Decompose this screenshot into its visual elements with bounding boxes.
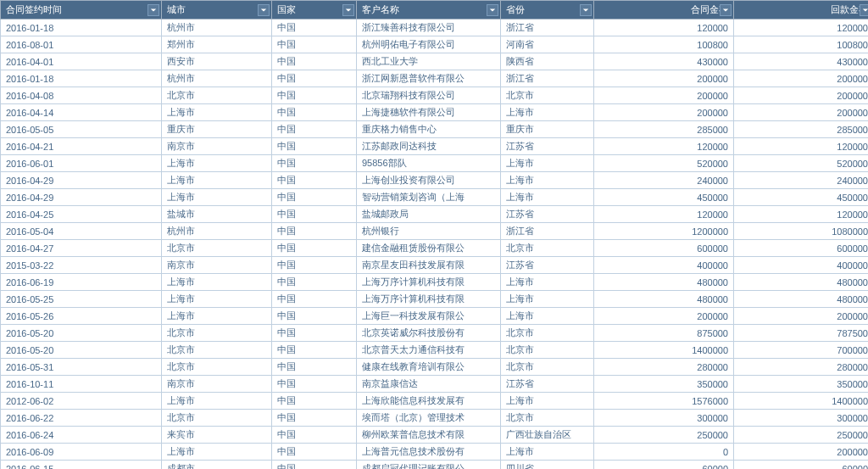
- cell-province: 陕西省: [501, 53, 594, 70]
- cell-city: 上海市: [162, 189, 272, 206]
- table-row[interactable]: 2016-04-27北京市中国建信金融租赁股份有限公北京市60000060000…: [1, 240, 869, 257]
- filter-dropdown-icon[interactable]: [580, 4, 592, 16]
- table-row[interactable]: 2016-06-01上海市中国95856部队上海市520000520000: [1, 155, 869, 172]
- cell-payment: 520000: [734, 155, 869, 172]
- cell-city: 上海市: [162, 172, 272, 189]
- table-row[interactable]: 2016-04-21南京市中国江苏邮政同达科技江苏省120000120000: [1, 138, 869, 155]
- cell-payment: 200000: [734, 70, 869, 87]
- filter-dropdown-icon[interactable]: [147, 4, 159, 16]
- data-table-wrapper: 合同签约时间城市国家客户名称省份合同金额回款金额 2016-01-18杭州市中国…: [0, 0, 868, 469]
- cell-province: 江苏省: [501, 206, 594, 223]
- cell-country: 中国: [272, 189, 357, 206]
- cell-date: 2016-10-11: [1, 376, 162, 393]
- cell-contract: 430000: [594, 53, 734, 70]
- table-row[interactable]: 2016-04-29上海市中国智动营销策划咨询（上海上海市45000045000…: [1, 189, 869, 206]
- table-row[interactable]: 2016-01-18杭州市中国浙江网新恩普软件有限公浙江省20000020000…: [1, 70, 869, 87]
- cell-country: 中国: [272, 104, 357, 121]
- cell-city: 北京市: [162, 240, 272, 257]
- cell-city: 北京市: [162, 325, 272, 342]
- cell-customer: 浙江网新恩普软件有限公: [357, 70, 501, 87]
- table-row[interactable]: 2016-06-22北京市中国埃而塔（北京）管理技术北京市30000030000…: [1, 410, 869, 427]
- cell-contract: 450000: [594, 189, 734, 206]
- column-header-date[interactable]: 合同签约时间: [1, 1, 162, 20]
- cell-date: 2016-06-19: [1, 274, 162, 291]
- table-row[interactable]: 2016-05-26上海市中国上海巨一科技发展有限公上海市20000020000…: [1, 308, 869, 325]
- cell-date: 2016-01-18: [1, 70, 162, 87]
- cell-city: 上海市: [162, 291, 272, 308]
- filter-dropdown-icon[interactable]: [342, 4, 354, 16]
- cell-payment: 450000: [734, 189, 869, 206]
- cell-city: 南京市: [162, 376, 272, 393]
- table-row[interactable]: 2016-05-20北京市中国北京英诺威尔科技股份有北京市87500078750…: [1, 325, 869, 342]
- cell-date: 2016-06-24: [1, 427, 162, 444]
- cell-country: 中国: [272, 240, 357, 257]
- cell-customer: 上海万序计算机科技有限: [357, 291, 501, 308]
- cell-customer: 重庆格力销售中心: [357, 121, 501, 138]
- table-row[interactable]: 2012-06-02上海市中国上海欣能信息科技发展有上海市15760001400…: [1, 393, 869, 410]
- cell-country: 中国: [272, 155, 357, 172]
- cell-date: 2016-06-15: [1, 461, 162, 470]
- table-row[interactable]: 2016-05-20北京市中国北京普天太力通信科技有北京市14000007000…: [1, 342, 869, 359]
- cell-customer: 建信金融租赁股份有限公: [357, 240, 501, 257]
- table-row[interactable]: 2016-08-01郑州市中国杭州明佑电子有限公司河南省100800100800: [1, 36, 869, 53]
- table-row[interactable]: 2016-05-31北京市中国健康在线教育培训有限公北京市28000028000…: [1, 359, 869, 376]
- column-header-payment[interactable]: 回款金额: [734, 1, 869, 20]
- filter-dropdown-icon[interactable]: [487, 4, 498, 16]
- cell-customer: 成都启冠代理记账有限公: [357, 461, 501, 470]
- cell-city: 北京市: [162, 87, 272, 104]
- cell-contract: 600000: [594, 240, 734, 257]
- cell-payment: 430000: [734, 53, 869, 70]
- cell-city: 杭州市: [162, 223, 272, 240]
- column-header-label: 省份: [506, 4, 525, 14]
- cell-payment: 280000: [734, 359, 869, 376]
- cell-province: 上海市: [501, 155, 594, 172]
- column-header-country[interactable]: 国家: [272, 1, 357, 20]
- column-header-contract[interactable]: 合同金额: [594, 1, 734, 20]
- cell-country: 中国: [272, 393, 357, 410]
- cell-country: 中国: [272, 274, 357, 291]
- table-row[interactable]: 2016-06-09上海市中国上海普元信息技术股份有上海市0200000: [1, 444, 869, 461]
- table-row[interactable]: 2016-05-04杭州市中国杭州银行浙江省12000001080000: [1, 223, 869, 240]
- column-header-province[interactable]: 省份: [501, 1, 594, 20]
- cell-city: 上海市: [162, 393, 272, 410]
- cell-country: 中国: [272, 342, 357, 359]
- cell-date: 2016-08-01: [1, 36, 162, 53]
- cell-payment: 350000: [734, 376, 869, 393]
- table-row[interactable]: 2016-01-18杭州市中国浙江臻善科技有限公司浙江省120000120000: [1, 20, 869, 36]
- cell-province: 北京市: [501, 342, 594, 359]
- table-row[interactable]: 2016-06-19上海市中国上海万序计算机科技有限上海市48000048000…: [1, 274, 869, 291]
- filter-dropdown-icon[interactable]: [258, 4, 270, 16]
- table-row[interactable]: 2016-04-08北京市中国北京瑞翔科技有限公司北京市200000200000: [1, 87, 869, 104]
- table-row[interactable]: 2016-06-24来宾市中国柳州欧莱普信息技术有限广西壮族自治区2500002…: [1, 427, 869, 444]
- cell-customer: 杭州银行: [357, 223, 501, 240]
- cell-country: 中国: [272, 87, 357, 104]
- cell-contract: 200000: [594, 104, 734, 121]
- filter-dropdown-icon[interactable]: [860, 4, 868, 16]
- table-row[interactable]: 2016-04-29上海市中国上海创业投资有限公司上海市240000240000: [1, 172, 869, 189]
- filter-dropdown-icon[interactable]: [720, 4, 732, 16]
- cell-city: 西安市: [162, 53, 272, 70]
- table-row[interactable]: 2016-05-05重庆市中国重庆格力销售中心重庆市285000285000: [1, 121, 869, 138]
- cell-country: 中国: [272, 325, 357, 342]
- table-row[interactable]: 2016-05-25上海市中国上海万序计算机科技有限上海市48000048000…: [1, 291, 869, 308]
- cell-date: 2016-05-25: [1, 291, 162, 308]
- cell-city: 北京市: [162, 359, 272, 376]
- cell-country: 中国: [272, 36, 357, 53]
- table-row[interactable]: 2016-04-25盐城市中国盐城邮政局江苏省120000120000: [1, 206, 869, 223]
- table-row[interactable]: 2016-04-14上海市中国上海捷穗软件有限公司上海市200000200000: [1, 104, 869, 121]
- cell-payment: 787500: [734, 325, 869, 342]
- cell-customer: 上海捷穗软件有限公司: [357, 104, 501, 121]
- cell-contract: 285000: [594, 121, 734, 138]
- column-header-city[interactable]: 城市: [162, 1, 272, 20]
- table-row[interactable]: 2016-04-01西安市中国西北工业大学陕西省430000430000: [1, 53, 869, 70]
- cell-payment: 120000: [734, 20, 869, 36]
- cell-date: 2016-04-29: [1, 172, 162, 189]
- table-row[interactable]: 2015-03-22南京市中国南京星友田科技发展有限江苏省40000040000…: [1, 257, 869, 274]
- table-row[interactable]: 2016-10-11南京市中国南京益康信达江苏省350000350000: [1, 376, 869, 393]
- cell-date: 2016-04-08: [1, 87, 162, 104]
- column-header-customer[interactable]: 客户名称: [357, 1, 501, 20]
- cell-customer: 埃而塔（北京）管理技术: [357, 410, 501, 427]
- table-row[interactable]: 2016-06-15成都市中国成都启冠代理记账有限公四川省6000060000: [1, 461, 869, 470]
- cell-customer: 柳州欧莱普信息技术有限: [357, 427, 501, 444]
- cell-customer: 杭州明佑电子有限公司: [357, 36, 501, 53]
